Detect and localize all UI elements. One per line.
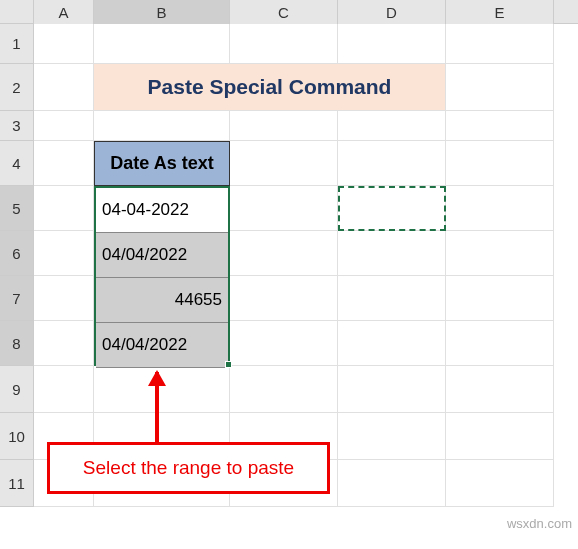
col-header-B[interactable]: B — [94, 0, 230, 24]
row-header-4[interactable]: 4 — [0, 141, 34, 186]
selected-cell-B7[interactable]: 44655 — [96, 278, 228, 323]
row-header-2[interactable]: 2 — [0, 64, 34, 111]
cell-B1[interactable] — [94, 24, 230, 64]
cell-A9[interactable] — [34, 366, 94, 413]
row-header-9[interactable]: 9 — [0, 366, 34, 413]
cell-D4[interactable] — [338, 141, 446, 186]
cell-C6[interactable] — [230, 231, 338, 276]
cell-C4[interactable] — [230, 141, 338, 186]
select-all-corner[interactable] — [0, 0, 34, 24]
cell-E9[interactable] — [446, 366, 554, 413]
fill-handle[interactable] — [225, 361, 232, 368]
row-header-8[interactable]: 8 — [0, 321, 34, 366]
cell-E3[interactable] — [446, 111, 554, 141]
col-header-E[interactable]: E — [446, 0, 554, 24]
col-header-D[interactable]: D — [338, 0, 446, 24]
cell-E1[interactable] — [446, 24, 554, 64]
selection-range[interactable]: 04-04-2022 04/04/2022 44655 04/04/2022 — [94, 186, 230, 366]
selected-cell-B8[interactable]: 04/04/2022 — [96, 323, 228, 368]
callout-box: Select the range to paste — [47, 442, 330, 494]
row-header-3[interactable]: 3 — [0, 111, 34, 141]
cell-A3[interactable] — [34, 111, 94, 141]
cell-D7[interactable] — [338, 276, 446, 321]
watermark: wsxdn.com — [507, 516, 572, 531]
cell-E8[interactable] — [446, 321, 554, 366]
cell-C8[interactable] — [230, 321, 338, 366]
selected-cell-B6[interactable]: 04/04/2022 — [96, 233, 228, 278]
cell-D1[interactable] — [338, 24, 446, 64]
cell-E7[interactable] — [446, 276, 554, 321]
col-header-A[interactable]: A — [34, 0, 94, 24]
col-header-C[interactable]: C — [230, 0, 338, 24]
cell-E11[interactable] — [446, 460, 554, 507]
cell-C1[interactable] — [230, 24, 338, 64]
cell-E5[interactable] — [446, 186, 554, 231]
cell-E6[interactable] — [446, 231, 554, 276]
row-header-10[interactable]: 10 — [0, 413, 34, 460]
cell-C3[interactable] — [230, 111, 338, 141]
row-header-11[interactable]: 11 — [0, 460, 34, 507]
cell-E2[interactable] — [446, 64, 554, 111]
row-header-7[interactable]: 7 — [0, 276, 34, 321]
cell-A1[interactable] — [34, 24, 94, 64]
selected-cell-B5[interactable]: 04-04-2022 — [96, 188, 228, 233]
cell-D8[interactable] — [338, 321, 446, 366]
cell-C7[interactable] — [230, 276, 338, 321]
cell-D10[interactable] — [338, 413, 446, 460]
cell-A2[interactable] — [34, 64, 94, 111]
row-header-1[interactable]: 1 — [0, 24, 34, 64]
cell-E10[interactable] — [446, 413, 554, 460]
cell-D11[interactable] — [338, 460, 446, 507]
paste-destination-marquee[interactable] — [338, 186, 446, 231]
cell-A4[interactable] — [34, 141, 94, 186]
table-header-cell[interactable]: Date As text — [94, 141, 230, 186]
callout-arrow-icon — [155, 372, 159, 442]
row-header-5[interactable]: 5 — [0, 186, 34, 231]
cell-A5[interactable] — [34, 186, 94, 231]
cell-A7[interactable] — [34, 276, 94, 321]
row-header-6[interactable]: 6 — [0, 231, 34, 276]
cell-C9[interactable] — [230, 366, 338, 413]
column-headers: A B C D E — [0, 0, 578, 24]
cell-B3[interactable] — [94, 111, 230, 141]
cell-D3[interactable] — [338, 111, 446, 141]
cell-C5[interactable] — [230, 186, 338, 231]
merged-title-cell[interactable]: Paste Special Command — [94, 64, 446, 111]
cell-A8[interactable] — [34, 321, 94, 366]
cell-E4[interactable] — [446, 141, 554, 186]
cell-D6[interactable] — [338, 231, 446, 276]
cell-D9[interactable] — [338, 366, 446, 413]
cell-A6[interactable] — [34, 231, 94, 276]
